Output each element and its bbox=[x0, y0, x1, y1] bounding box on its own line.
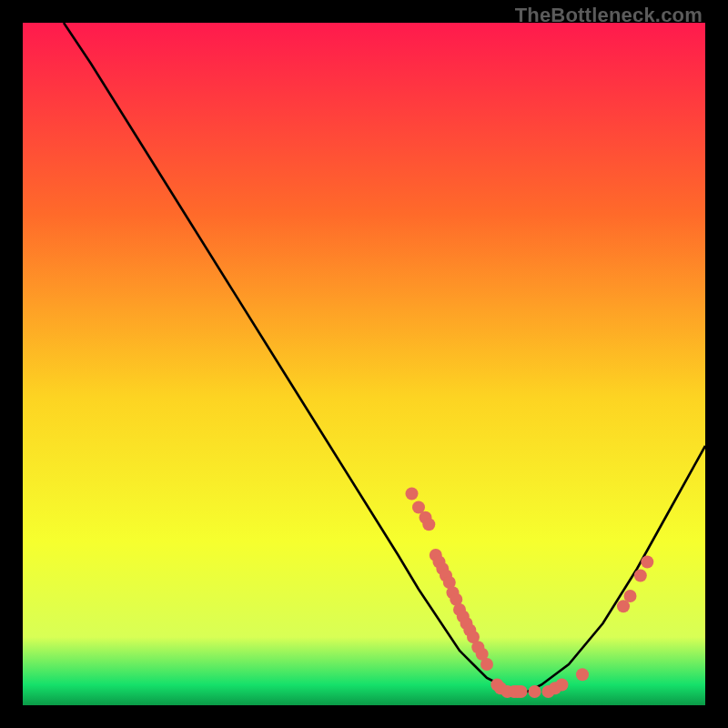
data-point bbox=[556, 679, 569, 692]
data-point bbox=[641, 556, 653, 569]
gradient-background bbox=[23, 23, 705, 705]
data-point bbox=[422, 518, 435, 531]
data-point bbox=[515, 685, 528, 698]
data-point bbox=[529, 685, 541, 698]
data-point bbox=[624, 590, 637, 602]
data-point bbox=[576, 668, 589, 681]
data-point bbox=[406, 488, 419, 500]
watermark-text: TheBottleneck.com bbox=[515, 4, 703, 27]
bottleneck-chart bbox=[23, 23, 705, 705]
data-point bbox=[480, 658, 493, 671]
chart-frame bbox=[23, 23, 705, 705]
data-point bbox=[634, 570, 647, 582]
